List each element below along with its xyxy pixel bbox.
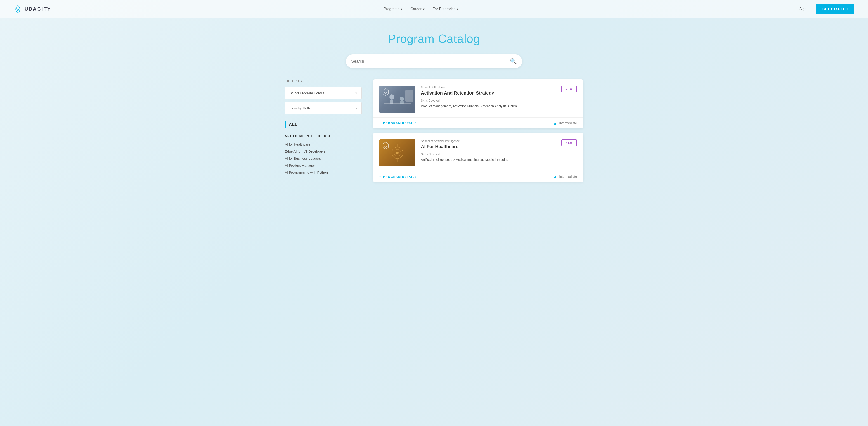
skills-text: Artificial Intelligence, 2D Medical Imag…	[421, 157, 556, 162]
card-footer: + PROGRAM DETAILS Intermediate	[373, 171, 583, 182]
all-label: ALL	[289, 122, 298, 127]
level-icon	[554, 175, 557, 178]
card-thumbnail	[379, 139, 415, 166]
card-top: School of Artificial Intelligence AI For…	[373, 133, 583, 171]
search-container: 🔍	[0, 55, 868, 68]
sidebar-item-edge-ai[interactable]: Edge AI for IoT Developers	[285, 148, 362, 155]
search-icon: 🔍	[510, 58, 517, 64]
all-filter[interactable]: ALL	[285, 121, 362, 128]
sign-in-button[interactable]: Sign In	[799, 7, 811, 11]
svg-rect-5	[405, 90, 413, 101]
chevron-down-icon: ▾	[355, 91, 357, 95]
level-icon	[554, 121, 557, 125]
select-program-dropdown[interactable]: Select Program Details ▾	[285, 87, 362, 99]
svg-point-12	[396, 152, 399, 154]
navbar: UDACITY Programs ▾ Career ▾ For Enterpri…	[0, 0, 868, 18]
nav-career[interactable]: Career ▾	[410, 7, 425, 11]
industry-skills-label: Industry Skills	[289, 106, 311, 110]
page-title: Program Catalog	[4, 32, 864, 45]
select-program-label: Select Program Details	[289, 91, 324, 95]
svg-rect-2	[390, 100, 393, 104]
level-indicator: Intermediate	[554, 121, 577, 125]
card-footer: + PROGRAM DETAILS Intermediate	[373, 117, 583, 128]
card-thumbnail	[379, 86, 415, 113]
logo[interactable]: UDACITY	[13, 5, 51, 13]
sidebar-item-ai-business[interactable]: AI for Business Leaders	[285, 155, 362, 162]
level-text: Intermediate	[559, 175, 577, 178]
skills-label: Skills Covered	[421, 152, 556, 156]
hero-section: Program Catalog	[0, 18, 868, 55]
nav-enterprise[interactable]: For Enterprise ▾	[433, 7, 458, 11]
sidebar-item-ai-python[interactable]: AI Programming with Python	[285, 169, 362, 176]
card-info: School of Artificial Intelligence AI For…	[421, 139, 556, 166]
sidebar: FILTER BY Select Program Details ▾ Indus…	[285, 79, 362, 182]
sidebar-item-ai-healthcare[interactable]: AI for Healthcare	[285, 141, 362, 148]
nav-right: Sign In GET STARTED	[799, 4, 855, 14]
chevron-down-icon: ▾	[355, 106, 357, 110]
category-title: ARTIFICIAL INTELLIGENCE	[285, 134, 362, 138]
svg-point-3	[400, 96, 404, 101]
udacity-logo-icon	[13, 5, 22, 13]
search-input[interactable]	[351, 59, 510, 64]
skills-text: Product Management, Activation Funnels, …	[421, 103, 556, 109]
filter-by-label: FILTER BY	[285, 79, 362, 83]
program-details-button[interactable]: + PROGRAM DETAILS	[379, 175, 417, 178]
card-school: School of Artificial Intelligence	[421, 139, 556, 143]
skills-label: Skills Covered	[421, 99, 556, 102]
industry-skills-dropdown[interactable]: Industry Skills ▾	[285, 102, 362, 114]
search-button[interactable]: 🔍	[510, 58, 517, 64]
program-details-button[interactable]: + PROGRAM DETAILS	[379, 121, 417, 125]
search-box: 🔍	[346, 55, 522, 68]
card-school: School of Business	[421, 86, 556, 89]
nav-center: Programs ▾ Career ▾ For Enterprise ▾	[384, 6, 467, 12]
main-layout: FILTER BY Select Program Details ▾ Indus…	[271, 79, 597, 182]
new-badge: NEW	[561, 86, 577, 92]
chevron-down-icon: ▾	[457, 7, 458, 11]
level-text: Intermediate	[559, 121, 577, 125]
ai-scene-illustration	[379, 139, 415, 166]
chevron-down-icon: ▾	[401, 7, 402, 11]
get-started-button[interactable]: GET STARTED	[816, 4, 855, 14]
program-card: School of Artificial Intelligence AI For…	[373, 133, 583, 182]
cards-section: School of Business Activation And Retent…	[373, 79, 583, 182]
chevron-down-icon: ▾	[423, 7, 425, 11]
plus-icon: +	[379, 121, 381, 125]
card-title: AI For Healthcare	[421, 144, 556, 149]
level-indicator: Intermediate	[554, 175, 577, 178]
nav-programs[interactable]: Programs ▾	[384, 7, 402, 11]
svg-rect-4	[400, 101, 404, 104]
program-card: School of Business Activation And Retent…	[373, 79, 583, 128]
business-scene-illustration	[379, 86, 415, 113]
plus-icon: +	[379, 175, 381, 178]
svg-rect-0	[384, 103, 411, 104]
new-badge: NEW	[561, 139, 577, 146]
card-top: School of Business Activation And Retent…	[373, 79, 583, 117]
card-info: School of Business Activation And Retent…	[421, 86, 556, 113]
card-title: Activation And Retention Strategy	[421, 90, 556, 96]
sidebar-item-ai-product[interactable]: AI Product Manager	[285, 162, 362, 169]
svg-point-1	[390, 94, 394, 100]
category-section: ARTIFICIAL INTELLIGENCE AI for Healthcar…	[285, 134, 362, 176]
all-bar-indicator	[285, 121, 286, 128]
logo-text: UDACITY	[24, 6, 51, 12]
